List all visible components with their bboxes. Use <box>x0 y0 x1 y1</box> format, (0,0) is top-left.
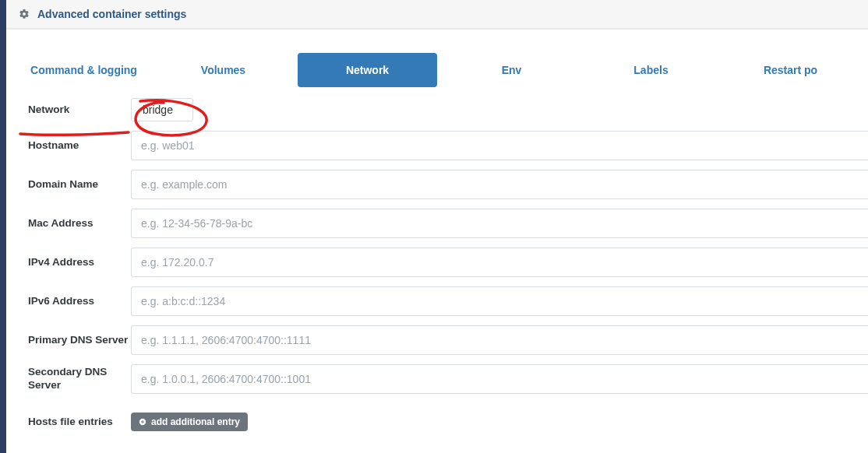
tab-section: Command & loggingVolumesNetworkEnvLabels… <box>6 29 868 453</box>
panel-header: Advanced container settings <box>6 0 868 29</box>
gear-icon <box>19 9 30 19</box>
row-domain: Domain Name <box>6 165 868 204</box>
mac-input[interactable] <box>131 209 868 238</box>
label-mac: Mac Address <box>6 217 131 230</box>
label-domain: Domain Name <box>6 178 131 191</box>
plus-circle-icon <box>139 418 146 426</box>
row-network: Network bridge <box>6 93 868 126</box>
dns2-input[interactable] <box>131 364 868 394</box>
label-dns1: Primary DNS Server <box>6 334 131 347</box>
label-hostname: Hostname <box>6 139 131 153</box>
row-dns1: Primary DNS Server <box>6 321 868 360</box>
tab-volumes[interactable]: Volumes <box>153 53 293 87</box>
tab-env[interactable]: Env <box>442 53 581 87</box>
tab-network[interactable]: Network <box>298 53 437 87</box>
row-ipv6: IPv6 Address <box>6 282 868 321</box>
left-nav-sliver <box>0 0 6 453</box>
add-hosts-entry-label: add additional entry <box>151 416 240 427</box>
add-hosts-entry-button[interactable]: add additional entry <box>131 413 248 431</box>
row-hostname: Hostname <box>6 126 868 165</box>
network-form: Network bridge Hostname Domain Name Mac … <box>6 87 868 453</box>
tab-command-logging[interactable]: Command & logging <box>14 53 153 87</box>
label-dns2: Secondary DNS Server <box>6 366 131 392</box>
row-mac: Mac Address <box>6 204 868 243</box>
label-network: Network <box>6 104 131 117</box>
tab-row: Command & loggingVolumesNetworkEnvLabels… <box>6 30 868 87</box>
ipv4-input[interactable] <box>131 248 868 277</box>
row-hosts: Hosts file entries add additional entry <box>6 408 868 436</box>
settings-panel: Advanced container settings Command & lo… <box>6 0 868 453</box>
row-dns2: Secondary DNS Server <box>6 360 868 399</box>
hostname-input[interactable] <box>131 131 868 160</box>
label-hosts: Hosts file entries <box>6 416 131 429</box>
network-select[interactable]: bridge <box>131 98 193 121</box>
label-ipv4: IPv4 Address <box>6 256 131 269</box>
tab-labels[interactable]: Labels <box>581 53 721 87</box>
network-select-value: bridge <box>143 104 173 116</box>
label-ipv6: IPv6 Address <box>6 295 131 308</box>
row-ipv4: IPv4 Address <box>6 243 868 282</box>
panel-title: Advanced container settings <box>37 8 186 20</box>
ipv6-input[interactable] <box>131 286 868 316</box>
tab-restart-policy[interactable]: Restart po <box>721 53 860 87</box>
domain-input[interactable] <box>131 170 868 199</box>
dns1-input[interactable] <box>131 325 868 355</box>
